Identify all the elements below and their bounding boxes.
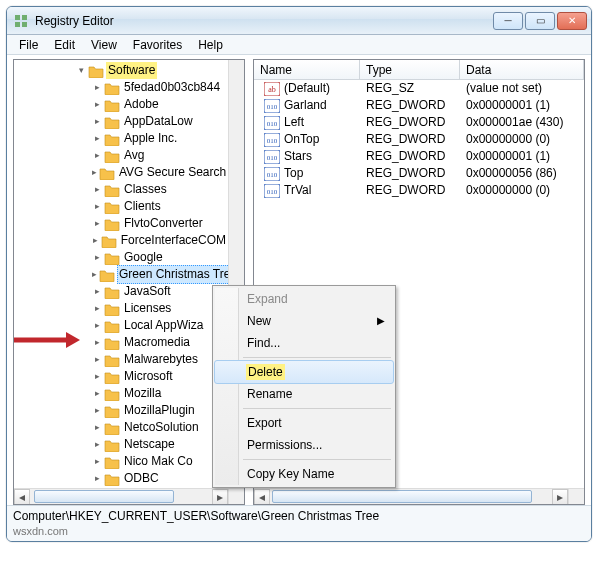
folder-icon	[104, 455, 120, 469]
context-item-permissions[interactable]: Permissions...	[215, 434, 393, 456]
expander-icon[interactable]: ▸	[92, 96, 102, 113]
tree-item[interactable]: ▸Apple Inc.	[14, 130, 228, 147]
value-data: 0x000001ae (430)	[460, 114, 584, 131]
context-separator	[243, 408, 391, 409]
tree-item[interactable]: ▸JavaSoft	[14, 283, 228, 300]
tree-item[interactable]: ▸AppDataLow	[14, 113, 228, 130]
value-row[interactable]: StarsREG_DWORD0x00000001 (1)	[254, 148, 584, 165]
expander-icon[interactable]: ▸	[92, 436, 102, 453]
col-name[interactable]: Name	[254, 60, 360, 79]
expander-icon[interactable]: ▸	[92, 181, 102, 198]
expander-icon[interactable]: ▸	[92, 266, 97, 283]
value-type: REG_DWORD	[360, 165, 460, 182]
expander-icon[interactable]: ▸	[92, 351, 102, 368]
context-item-label: Export	[247, 416, 282, 430]
tree[interactable]: ▾Software▸5fedad0b03cb844▸Adobe▸AppDataL…	[14, 60, 228, 488]
minimize-button[interactable]: ─	[493, 12, 523, 30]
tree-item[interactable]: ▸Netscape	[14, 436, 228, 453]
expander-icon[interactable]: ▸	[92, 249, 102, 266]
tree-item[interactable]: ▸Avg	[14, 147, 228, 164]
menubar: File Edit View Favorites Help	[7, 35, 591, 55]
titlebar[interactable]: Registry Editor ─ ▭ ✕	[7, 7, 591, 35]
menu-view[interactable]: View	[83, 36, 125, 54]
tree-item[interactable]: ▸Nico Mak Co	[14, 453, 228, 470]
tree-item[interactable]: ▸NetcoSolution	[14, 419, 228, 436]
context-item-export[interactable]: Export	[215, 412, 393, 434]
expander-icon[interactable]: ▸	[92, 402, 102, 419]
tree-item[interactable]: ▸Google	[14, 249, 228, 266]
expander-icon[interactable]: ▾	[76, 62, 86, 79]
tree-item[interactable]: ▸Classes	[14, 181, 228, 198]
context-item-find[interactable]: Find...	[215, 332, 393, 354]
values-hscroll[interactable]: ◂ ▸	[254, 488, 568, 504]
tree-item[interactable]: ▸Adobe	[14, 96, 228, 113]
expander-icon[interactable]: ▸	[92, 283, 102, 300]
expander-icon[interactable]: ▸	[92, 385, 102, 402]
expander-icon[interactable]: ▸	[92, 419, 102, 436]
tree-item[interactable]: ▸Clients	[14, 198, 228, 215]
context-item-label: Copy Key Name	[247, 467, 334, 481]
tree-item-label: Adobe	[122, 96, 161, 113]
tree-item[interactable]: ▸ForceInterfaceCOM	[14, 232, 228, 249]
tree-item-label: Nico Mak Co	[122, 453, 195, 470]
values-list[interactable]: (Default)REG_SZ(value not set)GarlandREG…	[254, 80, 584, 199]
tree-root[interactable]: ▾Software	[14, 62, 228, 79]
context-item-label: Permissions...	[247, 438, 322, 452]
tree-item[interactable]: ▸Local AppWiza	[14, 317, 228, 334]
folder-icon	[101, 234, 117, 248]
expander-icon[interactable]: ▸	[92, 368, 102, 385]
expander-icon[interactable]: ▸	[92, 147, 102, 164]
tree-item[interactable]: ▸ODBC	[14, 470, 228, 487]
menu-favorites[interactable]: Favorites	[125, 36, 190, 54]
tree-item[interactable]: ▸MozillaPlugin	[14, 402, 228, 419]
expander-icon[interactable]: ▸	[92, 215, 102, 232]
value-row[interactable]: GarlandREG_DWORD0x00000001 (1)	[254, 97, 584, 114]
expander-icon[interactable]: ▸	[92, 232, 99, 249]
close-button[interactable]: ✕	[557, 12, 587, 30]
tree-item-label: Avg	[122, 147, 146, 164]
tree-pane: ▾Software▸5fedad0b03cb844▸Adobe▸AppDataL…	[13, 59, 245, 505]
value-row[interactable]: TrValREG_DWORD0x00000000 (0)	[254, 182, 584, 199]
tree-item[interactable]: ▸Mozilla	[14, 385, 228, 402]
expander-icon[interactable]: ▸	[92, 198, 102, 215]
tree-item-label: Clients	[122, 198, 163, 215]
expander-icon[interactable]: ▸	[92, 470, 102, 487]
values-header: Name Type Data	[254, 60, 584, 80]
menu-edit[interactable]: Edit	[46, 36, 83, 54]
tree-item[interactable]: ▸Green Christmas Tre	[14, 266, 228, 283]
tree-item[interactable]: ▸AVG Secure Search	[14, 164, 228, 181]
submenu-arrow-icon: ▶	[377, 310, 385, 332]
folder-icon	[104, 438, 120, 452]
folder-icon	[104, 115, 120, 129]
expander-icon[interactable]: ▸	[92, 453, 102, 470]
expander-icon[interactable]: ▸	[92, 300, 102, 317]
folder-icon	[104, 183, 120, 197]
value-data: 0x00000000 (0)	[460, 131, 584, 148]
expander-icon[interactable]: ▸	[92, 317, 102, 334]
tree-item[interactable]: ▸Microsoft	[14, 368, 228, 385]
tree-item[interactable]: ▸FlvtoConverter	[14, 215, 228, 232]
maximize-button[interactable]: ▭	[525, 12, 555, 30]
context-item-rename[interactable]: Rename	[215, 383, 393, 405]
col-data[interactable]: Data	[460, 60, 584, 79]
expander-icon[interactable]: ▸	[92, 164, 97, 181]
menu-file[interactable]: File	[11, 36, 46, 54]
context-item-new[interactable]: New▶	[215, 310, 393, 332]
tree-hscroll[interactable]: ◂ ▸	[14, 488, 228, 504]
tree-item[interactable]: ▸Macromedia	[14, 334, 228, 351]
col-type[interactable]: Type	[360, 60, 460, 79]
context-item-copy-key-name[interactable]: Copy Key Name	[215, 463, 393, 485]
context-item-delete[interactable]: Delete	[214, 360, 394, 384]
expander-icon[interactable]: ▸	[92, 113, 102, 130]
value-row[interactable]: TopREG_DWORD0x00000056 (86)	[254, 165, 584, 182]
expander-icon[interactable]: ▸	[92, 79, 102, 96]
value-row[interactable]: (Default)REG_SZ(value not set)	[254, 80, 584, 97]
menu-help[interactable]: Help	[190, 36, 231, 54]
expander-icon[interactable]: ▸	[92, 334, 102, 351]
value-row[interactable]: OnTopREG_DWORD0x00000000 (0)	[254, 131, 584, 148]
value-row[interactable]: LeftREG_DWORD0x000001ae (430)	[254, 114, 584, 131]
tree-item[interactable]: ▸5fedad0b03cb844	[14, 79, 228, 96]
expander-icon[interactable]: ▸	[92, 130, 102, 147]
tree-item[interactable]: ▸Licenses	[14, 300, 228, 317]
tree-item[interactable]: ▸Malwarebytes	[14, 351, 228, 368]
